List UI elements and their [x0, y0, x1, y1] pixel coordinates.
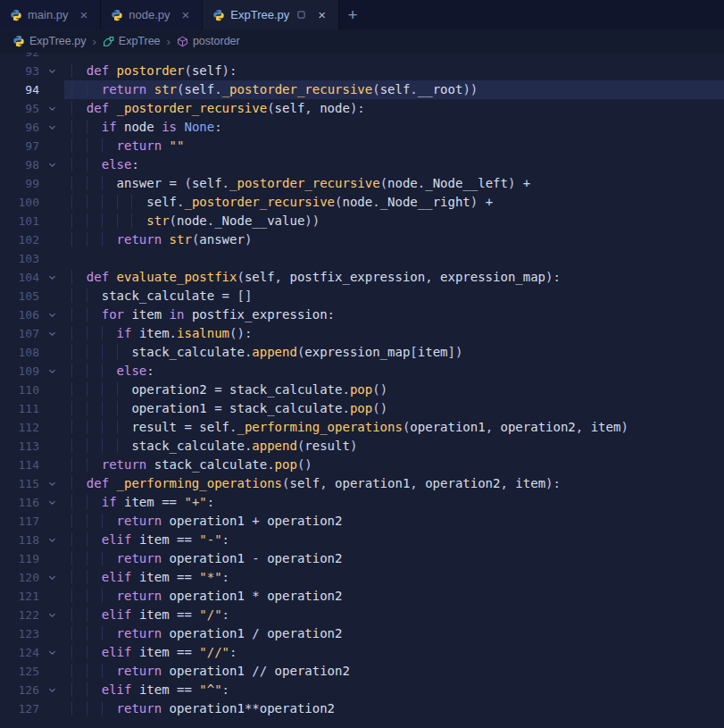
line-number[interactable]: 109: [0, 362, 39, 381]
line-number[interactable]: 101: [0, 212, 39, 230]
chevron-down-icon[interactable]: [39, 493, 64, 512]
code-text[interactable]: return operation1 / operation2: [64, 624, 724, 643]
tab-exptree.py[interactable]: ExpTree.py×: [203, 0, 339, 29]
chevron-down-icon[interactable]: [39, 531, 64, 549]
code-text[interactable]: def evaluate_postfix(self, postfix_expre…: [64, 268, 724, 287]
chevron-down-icon[interactable]: [39, 305, 64, 324]
code-text[interactable]: self._postorder_recursive(node._Node__ri…: [64, 193, 724, 212]
line-number[interactable]: 113: [0, 437, 39, 456]
line-number[interactable]: 115: [0, 474, 39, 493]
line-number[interactable]: 122: [0, 606, 39, 624]
line-number[interactable]: 97: [0, 137, 39, 155]
chevron-down-icon[interactable]: [39, 606, 64, 624]
code-text[interactable]: else:: [64, 155, 724, 174]
line-number[interactable]: 110: [0, 381, 39, 399]
code-text[interactable]: return str(answer): [64, 230, 724, 249]
indent-guide: [71, 701, 87, 715]
line-number[interactable]: 95: [0, 99, 39, 118]
code-text[interactable]: elif item == "*":: [64, 568, 724, 587]
code-text[interactable]: if item == "+":: [64, 493, 724, 512]
chevron-down-icon[interactable]: [39, 118, 64, 137]
line-number[interactable]: 105: [0, 287, 39, 305]
code-text[interactable]: elif item == "/":: [64, 606, 724, 624]
code-text[interactable]: for item in postfix_expression:: [64, 305, 724, 324]
line-number[interactable]: 127: [0, 699, 39, 718]
line-number[interactable]: 118: [0, 531, 39, 549]
breadcrumb-item-postorder[interactable]: postorder: [177, 35, 240, 47]
line-number[interactable]: 112: [0, 418, 39, 437]
line-number[interactable]: 102: [0, 230, 39, 249]
code-text[interactable]: return operation1 + operation2: [64, 512, 724, 531]
code-text[interactable]: stack_calculate.append(expression_map[it…: [64, 343, 724, 362]
code-text[interactable]: [64, 249, 724, 268]
chevron-down-icon[interactable]: [39, 268, 64, 287]
line-number[interactable]: 106: [0, 305, 39, 324]
line-number[interactable]: 111: [0, 399, 39, 418]
close-icon[interactable]: ×: [179, 7, 193, 22]
code-text[interactable]: stack_calculate.append(result): [64, 437, 724, 456]
chevron-down-icon[interactable]: [39, 474, 64, 493]
chevron-down-icon[interactable]: [39, 62, 64, 80]
code-text[interactable]: return operation1 * operation2: [64, 587, 724, 606]
line-number[interactable]: 123: [0, 624, 39, 643]
code-text[interactable]: operation2 = stack_calculate.pop(): [64, 381, 724, 399]
line-number[interactable]: 99: [0, 174, 39, 193]
line-number[interactable]: 126: [0, 681, 39, 699]
code-text[interactable]: return operation1 // operation2: [64, 662, 724, 681]
code-text[interactable]: def _performing_operations(self, operati…: [64, 474, 724, 493]
code-text[interactable]: def _postorder_recursive(self, node):: [64, 99, 724, 118]
line-number[interactable]: 94: [0, 80, 39, 99]
line-number[interactable]: 108: [0, 343, 39, 362]
code-text[interactable]: return operation1 - operation2: [64, 549, 724, 568]
line-number[interactable]: 92: [0, 53, 39, 62]
code-text[interactable]: elif item == "-":: [64, 531, 724, 549]
code-text[interactable]: [64, 53, 724, 62]
new-tab-button[interactable]: +: [339, 0, 366, 29]
code-text[interactable]: return stack_calculate.pop(): [64, 456, 724, 474]
code-text[interactable]: answer = (self._postorder_recursive(node…: [64, 174, 724, 193]
close-icon[interactable]: ×: [315, 7, 329, 22]
chevron-down-icon[interactable]: [39, 362, 64, 381]
code-text[interactable]: if node is None:: [64, 118, 724, 137]
line-number[interactable]: 96: [0, 118, 39, 137]
line-number[interactable]: 93: [0, 62, 39, 80]
code-text[interactable]: result = self._performing_operations(ope…: [64, 418, 724, 437]
code-text[interactable]: stack_calculate = []: [64, 287, 724, 305]
code-text[interactable]: else:: [64, 362, 724, 381]
breadcrumb-item-exptree-py[interactable]: ExpTree.py: [12, 35, 86, 47]
code-text[interactable]: elif item == "//":: [64, 643, 724, 662]
code-text[interactable]: str(node._Node__value)): [64, 212, 724, 230]
close-icon[interactable]: ×: [78, 7, 91, 22]
line-number[interactable]: 124: [0, 643, 39, 662]
line-number[interactable]: 116: [0, 493, 39, 512]
code-text[interactable]: return str(self._postorder_recursive(sel…: [64, 80, 724, 99]
line-number[interactable]: 119: [0, 549, 39, 568]
chevron-down-icon[interactable]: [39, 99, 64, 118]
tab-main.py[interactable]: main.py×: [0, 0, 101, 29]
line-number[interactable]: 121: [0, 587, 39, 606]
chevron-down-icon[interactable]: [39, 643, 64, 662]
line-number[interactable]: 107: [0, 324, 39, 343]
line-number[interactable]: 125: [0, 662, 39, 681]
code-text[interactable]: def postorder(self):: [64, 62, 724, 80]
line-number[interactable]: 117: [0, 512, 39, 531]
code-text[interactable]: return "": [64, 137, 724, 155]
line-number[interactable]: 98: [0, 155, 39, 174]
line-number[interactable]: 100: [0, 193, 39, 212]
breadcrumb-item-exptree[interactable]: ExpTree: [103, 35, 161, 47]
line-number[interactable]: 114: [0, 456, 39, 474]
code-text[interactable]: operation1 = stack_calculate.pop(): [64, 399, 724, 418]
code-text[interactable]: return operation1**operation2: [64, 699, 724, 718]
line-number[interactable]: 104: [0, 268, 39, 287]
chevron-down-icon[interactable]: [39, 568, 64, 587]
code-token: self: [184, 82, 214, 96]
line-number[interactable]: 103: [0, 249, 39, 268]
chevron-down-icon[interactable]: [39, 155, 64, 174]
chevron-down-icon[interactable]: [39, 324, 64, 343]
tab-node.py[interactable]: node.py×: [101, 0, 203, 29]
code-text[interactable]: if item.isalnum():: [64, 324, 724, 343]
code-text[interactable]: elif item == "^":: [64, 681, 724, 699]
chevron-down-icon[interactable]: [39, 681, 64, 699]
line-number[interactable]: 120: [0, 568, 39, 587]
code-token: ==: [154, 495, 185, 509]
